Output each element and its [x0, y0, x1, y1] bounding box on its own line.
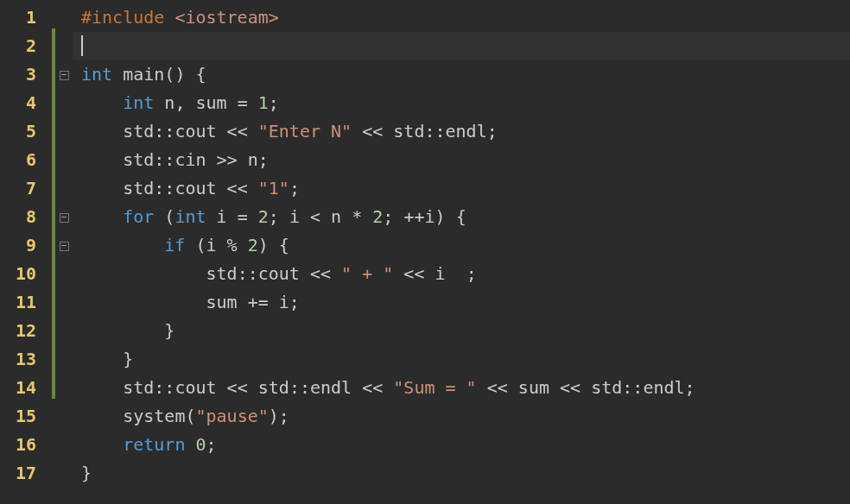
- line-number: 9: [0, 231, 52, 260]
- line-number: 8: [0, 203, 52, 231]
- code-line[interactable]: system("pause");: [73, 402, 850, 431]
- line-number: 13: [0, 345, 52, 374]
- code-line[interactable]: for (int i = 2; i < n * 2; ++i) {: [73, 203, 850, 231]
- code-line[interactable]: std::cout << "1";: [73, 174, 850, 203]
- code-line[interactable]: std::cout << std::endl << "Sum = " << su…: [73, 374, 850, 402]
- line-number-gutter: 1 2 3 4 5 6 7 8 9 10 11 12 13 14 15 16 1…: [0, 0, 52, 504]
- code-line[interactable]: sum += i;: [73, 288, 850, 317]
- line-number: 6: [0, 146, 52, 174]
- line-number: 10: [0, 260, 52, 288]
- code-line[interactable]: }: [73, 317, 850, 345]
- code-line[interactable]: std::cout << " + " << i ;: [73, 260, 850, 288]
- code-line[interactable]: #include <iostream>: [73, 3, 850, 32]
- code-line[interactable]: std::cin >> n;: [73, 146, 850, 174]
- line-number: 3: [0, 60, 52, 89]
- code-line[interactable]: [73, 32, 850, 60]
- code-editor[interactable]: 1 2 3 4 5 6 7 8 9 10 11 12 13 14 15 16 1…: [0, 0, 850, 504]
- line-number: 12: [0, 317, 52, 345]
- code-line[interactable]: std::cout << "Enter N" << std::endl;: [73, 117, 850, 146]
- line-number: 14: [0, 374, 52, 402]
- line-number: 15: [0, 402, 52, 431]
- code-area[interactable]: #include <iostream> int main() { int n, …: [73, 0, 850, 504]
- line-number: 16: [0, 431, 52, 459]
- line-number: 1: [0, 3, 52, 32]
- fold-toggle-icon[interactable]: −: [60, 71, 69, 80]
- line-number: 17: [0, 459, 52, 488]
- fold-toggle-icon[interactable]: −: [60, 242, 69, 251]
- text-cursor: [81, 35, 83, 56]
- code-line[interactable]: return 0;: [73, 431, 850, 459]
- fold-column: − − −: [55, 0, 73, 504]
- code-line[interactable]: int n, sum = 1;: [73, 89, 850, 117]
- code-line[interactable]: }: [73, 345, 850, 374]
- line-number: 2: [0, 32, 52, 60]
- code-line[interactable]: int main() {: [73, 60, 850, 89]
- code-line[interactable]: if (i % 2) {: [73, 231, 850, 260]
- line-number: 11: [0, 288, 52, 317]
- fold-toggle-icon[interactable]: −: [60, 213, 69, 223]
- line-number: 7: [0, 174, 52, 203]
- line-number: 5: [0, 117, 52, 146]
- code-line[interactable]: }: [73, 459, 850, 488]
- line-number: 4: [0, 89, 52, 117]
